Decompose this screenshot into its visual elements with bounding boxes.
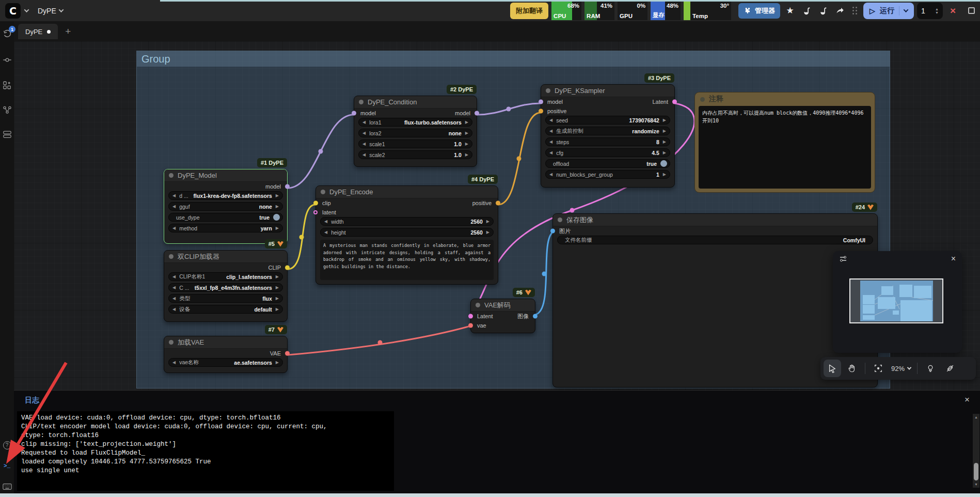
log-scrollbar[interactable]: ▲ ▼ [973,414,979,488]
increment-arrow-icon[interactable]: ▶ [663,118,666,122]
workflow-menu[interactable]: DyPE [38,7,56,15]
help-icon[interactable]: ? [2,440,12,450]
collapse-dot-icon[interactable] [476,303,480,307]
decrement-arrow-icon[interactable]: ◀ [362,152,366,157]
model-input-port[interactable] [539,100,543,104]
minimap-close-icon[interactable]: × [951,254,956,263]
note-text[interactable]: 内存占用不高时，可以提高num block的数值，4090推理4096*4096… [699,106,871,189]
node-title[interactable]: 双CLIP加载器 [164,251,287,263]
zoom-level-dropdown[interactable]: 92% [889,365,913,372]
widget-cfg[interactable]: ◀ cfg 4.5 ▶ [545,148,670,157]
logo-chevron-down-icon[interactable] [24,7,29,12]
decrement-arrow-icon[interactable]: ◀ [549,139,552,144]
widget-width[interactable]: ◀ width 2560 ▶ [320,217,494,226]
increment-arrow-icon[interactable]: ▶ [663,139,666,144]
drag-handle-icon[interactable] [852,7,857,14]
node-vae-decode[interactable]: #6 VAE解码 Latent 图像 vae [470,299,535,333]
decrement-arrow-icon[interactable]: ◀ [172,204,176,209]
image-output-port[interactable] [533,314,538,319]
increment-arrow-icon[interactable]: ▶ [465,120,468,125]
toggle-knob-icon[interactable] [273,214,280,221]
latent-input-port[interactable] [468,314,473,319]
tab-dype[interactable]: DyPE [18,24,58,39]
workflows-icon[interactable]: 1 [2,29,12,39]
workflow-graph-icon[interactable] [2,105,12,115]
node-dype-ksampler[interactable]: #3 DyPE DyPE_KSampler model Latent posit… [541,84,675,188]
theme-toggle-button[interactable] [922,360,939,377]
widget-filename-prefix[interactable]: 文件名前缀 ComfyUI [557,236,873,244]
toggle-links-button[interactable] [941,360,959,377]
translate-button[interactable]: 附加翻译 [510,3,548,19]
widget-height[interactable]: ◀ height 2560 ▶ [320,228,494,237]
widget-type[interactable]: ◀ 类型 flux ▶ [168,294,283,303]
new-tab-button[interactable]: + [65,26,71,37]
vae-output-port[interactable] [285,351,290,356]
decrement-arrow-icon[interactable]: ◀ [549,118,552,122]
positive-input-port[interactable] [539,109,543,114]
widget-lora1[interactable]: ◀ lora1 flux-turbo.safetensors ▶ [358,118,472,127]
scroll-down-icon[interactable]: ▼ [973,483,979,486]
increment-arrow-icon[interactable]: ▶ [465,152,468,157]
log-console[interactable]: VAE load device: cuda:0, offload device:… [17,411,394,491]
collapse-dot-icon[interactable] [359,100,363,104]
clean-all-icon[interactable] [816,4,830,18]
node-title[interactable]: DyPE_KSampler [541,85,674,97]
node-title[interactable]: 注释 [695,92,875,106]
minimap-panel[interactable]: × [833,251,962,353]
collapse-dot-icon[interactable] [700,97,705,102]
positive-output-port[interactable] [496,201,500,206]
increment-arrow-icon[interactable]: ▶ [276,226,279,230]
node-title[interactable]: DyPE_Encode [316,186,498,198]
group-header[interactable]: Group [137,51,890,67]
node-title[interactable]: DyPE_Condition [354,96,477,108]
widget-unet-name[interactable]: ◀ d ... flux1-krea-dev-fp8.safetensors ▶ [168,191,283,200]
unsaved-dot-icon[interactable] [47,30,51,34]
fit-view-button[interactable] [870,360,887,377]
increment-arrow-icon[interactable]: ▶ [276,307,279,312]
decrement-arrow-icon[interactable]: ◀ [549,150,552,155]
vae-input-port[interactable] [468,323,473,328]
log-close-icon[interactable]: × [965,395,970,405]
widget-steps[interactable]: ◀ steps 8 ▶ [545,137,670,146]
increment-arrow-icon[interactable]: ▶ [465,142,468,146]
widget-seed[interactable]: ◀ seed 1739076842 ▶ [545,116,670,125]
widget-num-blocks-per-group[interactable]: ◀ num_blocks_per_group 1 ▶ [545,170,670,179]
node-dype-model[interactable]: #1 DyPE DyPE_Model model ◀ d ... flux1-k… [164,169,288,244]
widget-use-dype[interactable]: use_dype true [168,213,283,222]
select-tool-button[interactable] [824,360,841,377]
pan-tool-button[interactable] [843,360,861,377]
node-note[interactable]: 注释 内存占用不高时，可以提高num block的数值，4090推理4096*4… [694,92,875,193]
window-restore-icon[interactable] [968,7,975,14]
collapse-dot-icon[interactable] [558,218,562,222]
decrement-arrow-icon[interactable]: ◀ [362,120,366,125]
decrement-arrow-icon[interactable]: ◀ [172,193,176,198]
node-dual-clip-loader[interactable]: #5 双CLIP加载器 CLIP ◀ CLIP名称1 clip_l.safete… [164,250,288,322]
share-icon[interactable] [833,4,846,18]
decrement-arrow-icon[interactable]: ◀ [172,274,176,279]
model-output-port[interactable] [285,184,290,189]
widget-clip-name2[interactable]: ◀ C ... t5xxl_fp8_e4m3fn.safetensors ▶ [168,283,283,292]
widget-clip-name1[interactable]: ◀ CLIP名称1 clip_l.safetensors ▶ [168,272,283,281]
decrement-arrow-icon[interactable]: ◀ [172,285,176,290]
run-button[interactable]: ▷ 运行 [863,3,914,19]
collapse-dot-icon[interactable] [169,340,173,345]
collapse-dot-icon[interactable] [321,190,325,194]
decrement-arrow-icon[interactable]: ◀ [172,226,176,230]
collapse-dot-icon[interactable] [169,173,173,178]
count-up-icon[interactable]: ▲ [935,7,939,11]
increment-arrow-icon[interactable]: ▶ [465,131,468,135]
widget-scale1[interactable]: ◀ scale1 1.0 ▶ [358,139,472,148]
image-input-port[interactable] [550,229,555,234]
node-title[interactable]: 保存图像 [553,214,877,226]
decrement-arrow-icon[interactable]: ◀ [549,172,552,177]
widget-lora2[interactable]: ◀ lora2 none ▶ [358,129,472,137]
increment-arrow-icon[interactable]: ▶ [276,204,279,209]
increment-arrow-icon[interactable]: ▶ [486,230,489,235]
decrement-arrow-icon[interactable]: ◀ [172,360,176,365]
decrement-arrow-icon[interactable]: ◀ [172,296,176,301]
count-down-icon[interactable]: ▼ [935,11,939,14]
decrement-arrow-icon[interactable]: ◀ [324,230,327,235]
decrement-arrow-icon[interactable]: ◀ [324,219,327,224]
scroll-thumb[interactable] [974,463,978,480]
minimap-settings-icon[interactable] [839,255,847,263]
